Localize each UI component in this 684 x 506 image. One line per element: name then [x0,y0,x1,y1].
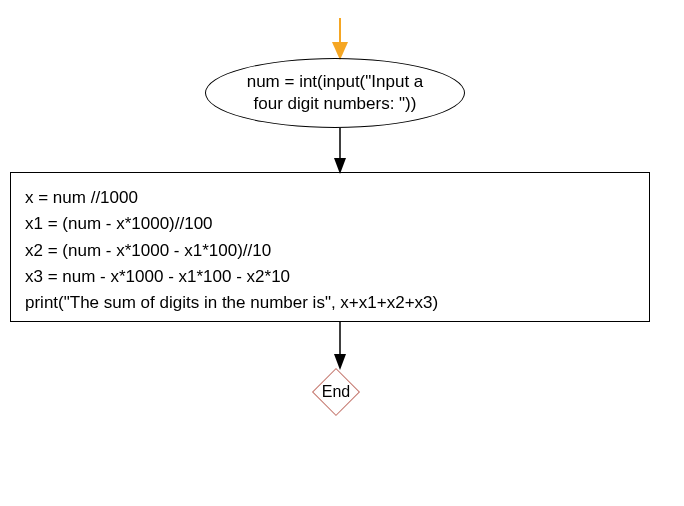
process-line: print("The sum of digits in the number i… [25,290,635,316]
input-node: num = int(input("Input a four digit numb… [205,58,465,128]
process-line: x3 = num - x*1000 - x1*100 - x2*10 [25,264,635,290]
arrow-down-icon [333,322,347,374]
process-line: x1 = (num - x*1000)//100 [25,211,635,237]
arrow-down-icon [333,128,347,178]
process-line: x = num //1000 [25,185,635,211]
process-line: x2 = (num - x*1000 - x1*100)//10 [25,238,635,264]
end-label: End [322,383,350,401]
end-node: End [312,368,360,416]
process-node: x = num //1000 x1 = (num - x*1000)//100 … [10,172,650,322]
input-node-text: num = int(input("Input a four digit numb… [231,71,439,115]
